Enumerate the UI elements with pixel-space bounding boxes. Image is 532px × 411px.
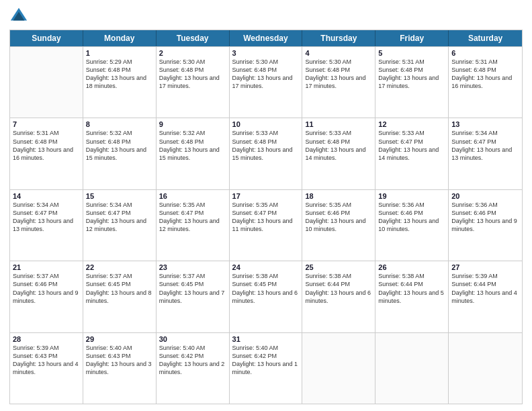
calendar-cell: 31Sunrise: 5:40 AM Sunset: 6:42 PM Dayli… (230, 333, 303, 404)
cell-info: Sunrise: 5:37 AM Sunset: 6:45 PM Dayligh… (86, 272, 153, 305)
cell-info: Sunrise: 5:35 AM Sunset: 6:47 PM Dayligh… (232, 201, 300, 234)
cell-day-number: 5 (378, 49, 445, 57)
cell-day-number: 6 (451, 49, 519, 57)
calendar-week-1: 1Sunrise: 5:29 AM Sunset: 6:48 PM Daylig… (10, 46, 522, 118)
calendar-cell: 16Sunrise: 5:35 AM Sunset: 6:47 PM Dayli… (157, 190, 230, 261)
cell-info: Sunrise: 5:38 AM Sunset: 6:44 PM Dayligh… (305, 272, 372, 305)
cell-day-number: 15 (86, 192, 153, 200)
cell-day-number: 9 (159, 120, 226, 128)
cell-day-number: 22 (86, 263, 153, 271)
logo (9, 7, 31, 26)
calendar-cell: 10Sunrise: 5:33 AM Sunset: 6:48 PM Dayli… (230, 118, 303, 189)
calendar-cell: 27Sunrise: 5:39 AM Sunset: 6:44 PM Dayli… (449, 261, 522, 332)
cell-day-number: 10 (232, 120, 300, 128)
cell-info: Sunrise: 5:37 AM Sunset: 6:45 PM Dayligh… (159, 272, 226, 305)
calendar-cell: 21Sunrise: 5:37 AM Sunset: 6:46 PM Dayli… (10, 261, 83, 332)
calendar-header: SundayMondayTuesdayWednesdayThursdayFrid… (10, 30, 522, 46)
calendar-cell: 15Sunrise: 5:34 AM Sunset: 6:47 PM Dayli… (83, 190, 157, 261)
calendar-cell: 1Sunrise: 5:29 AM Sunset: 6:48 PM Daylig… (83, 47, 157, 118)
cell-info: Sunrise: 5:37 AM Sunset: 6:46 PM Dayligh… (13, 272, 80, 305)
calendar-cell: 26Sunrise: 5:38 AM Sunset: 6:44 PM Dayli… (375, 261, 449, 332)
cell-day-number: 25 (305, 263, 372, 271)
calendar-week-2: 7Sunrise: 5:31 AM Sunset: 6:48 PM Daylig… (10, 118, 522, 189)
day-header-friday: Friday (375, 30, 449, 46)
calendar-cell (10, 47, 83, 118)
day-header-saturday: Saturday (449, 30, 522, 46)
cell-info: Sunrise: 5:30 AM Sunset: 6:48 PM Dayligh… (232, 58, 300, 91)
day-header-monday: Monday (83, 30, 157, 46)
cell-info: Sunrise: 5:36 AM Sunset: 6:46 PM Dayligh… (378, 201, 445, 234)
cell-day-number: 12 (378, 120, 445, 128)
cell-day-number: 28 (13, 335, 80, 343)
cell-info: Sunrise: 5:31 AM Sunset: 6:48 PM Dayligh… (451, 58, 519, 91)
cell-info: Sunrise: 5:40 AM Sunset: 6:42 PM Dayligh… (232, 344, 300, 377)
calendar-week-4: 21Sunrise: 5:37 AM Sunset: 6:46 PM Dayli… (10, 261, 522, 332)
cell-info: Sunrise: 5:38 AM Sunset: 6:44 PM Dayligh… (378, 272, 445, 305)
cell-info: Sunrise: 5:29 AM Sunset: 6:48 PM Dayligh… (86, 58, 153, 91)
cell-day-number: 4 (305, 49, 372, 57)
cell-day-number: 8 (86, 120, 153, 128)
cell-day-number: 24 (232, 263, 300, 271)
day-header-tuesday: Tuesday (157, 30, 230, 46)
cell-info: Sunrise: 5:35 AM Sunset: 6:47 PM Dayligh… (159, 201, 226, 234)
cell-info: Sunrise: 5:31 AM Sunset: 6:48 PM Dayligh… (378, 58, 445, 91)
cell-info: Sunrise: 5:33 AM Sunset: 6:47 PM Dayligh… (378, 129, 445, 162)
page: SundayMondayTuesdayWednesdayThursdayFrid… (0, 0, 532, 411)
cell-day-number: 26 (378, 263, 445, 271)
logo-icon (9, 7, 28, 26)
cell-day-number: 18 (305, 192, 372, 200)
cell-day-number: 30 (159, 335, 226, 343)
calendar-week-5: 28Sunrise: 5:39 AM Sunset: 6:43 PM Dayli… (10, 332, 522, 404)
cell-day-number: 17 (232, 192, 300, 200)
cell-info: Sunrise: 5:40 AM Sunset: 6:42 PM Dayligh… (159, 344, 226, 377)
cell-info: Sunrise: 5:34 AM Sunset: 6:47 PM Dayligh… (13, 201, 80, 234)
calendar-week-3: 14Sunrise: 5:34 AM Sunset: 6:47 PM Dayli… (10, 189, 522, 261)
calendar-cell: 28Sunrise: 5:39 AM Sunset: 6:43 PM Dayli… (10, 333, 83, 404)
calendar-cell (375, 333, 449, 404)
calendar: SundayMondayTuesdayWednesdayThursdayFrid… (9, 30, 523, 404)
calendar-cell: 6Sunrise: 5:31 AM Sunset: 6:48 PM Daylig… (449, 47, 522, 118)
calendar-cell: 29Sunrise: 5:40 AM Sunset: 6:43 PM Dayli… (83, 333, 157, 404)
calendar-cell: 3Sunrise: 5:30 AM Sunset: 6:48 PM Daylig… (230, 47, 303, 118)
day-header-thursday: Thursday (302, 30, 375, 46)
cell-info: Sunrise: 5:39 AM Sunset: 6:43 PM Dayligh… (13, 344, 80, 377)
cell-info: Sunrise: 5:40 AM Sunset: 6:43 PM Dayligh… (86, 344, 153, 377)
calendar-cell: 20Sunrise: 5:36 AM Sunset: 6:46 PM Dayli… (449, 190, 522, 261)
cell-day-number: 19 (378, 192, 445, 200)
cell-info: Sunrise: 5:31 AM Sunset: 6:48 PM Dayligh… (13, 129, 80, 162)
calendar-cell: 19Sunrise: 5:36 AM Sunset: 6:46 PM Dayli… (375, 190, 449, 261)
calendar-cell: 4Sunrise: 5:30 AM Sunset: 6:48 PM Daylig… (302, 47, 375, 118)
cell-day-number: 31 (232, 335, 300, 343)
cell-day-number: 29 (86, 335, 153, 343)
calendar-cell: 2Sunrise: 5:30 AM Sunset: 6:48 PM Daylig… (157, 47, 230, 118)
cell-day-number: 3 (232, 49, 300, 57)
cell-day-number: 21 (13, 263, 80, 271)
cell-day-number: 27 (451, 263, 519, 271)
calendar-body: 1Sunrise: 5:29 AM Sunset: 6:48 PM Daylig… (10, 46, 522, 404)
cell-day-number: 23 (159, 263, 226, 271)
calendar-cell (302, 333, 375, 404)
calendar-cell: 18Sunrise: 5:35 AM Sunset: 6:46 PM Dayli… (302, 190, 375, 261)
day-header-wednesday: Wednesday (230, 30, 303, 46)
cell-info: Sunrise: 5:34 AM Sunset: 6:47 PM Dayligh… (451, 129, 519, 162)
cell-day-number: 13 (451, 120, 519, 128)
calendar-cell: 5Sunrise: 5:31 AM Sunset: 6:48 PM Daylig… (375, 47, 449, 118)
cell-info: Sunrise: 5:30 AM Sunset: 6:48 PM Dayligh… (305, 58, 372, 91)
cell-day-number: 20 (451, 192, 519, 200)
cell-day-number: 7 (13, 120, 80, 128)
calendar-cell: 9Sunrise: 5:32 AM Sunset: 6:48 PM Daylig… (157, 118, 230, 189)
cell-info: Sunrise: 5:32 AM Sunset: 6:48 PM Dayligh… (159, 129, 226, 162)
cell-day-number: 16 (159, 192, 226, 200)
calendar-cell: 30Sunrise: 5:40 AM Sunset: 6:42 PM Dayli… (157, 333, 230, 404)
cell-info: Sunrise: 5:32 AM Sunset: 6:48 PM Dayligh… (86, 129, 153, 162)
cell-info: Sunrise: 5:33 AM Sunset: 6:48 PM Dayligh… (232, 129, 300, 162)
calendar-cell: 24Sunrise: 5:38 AM Sunset: 6:45 PM Dayli… (230, 261, 303, 332)
cell-info: Sunrise: 5:36 AM Sunset: 6:46 PM Dayligh… (451, 201, 519, 234)
cell-info: Sunrise: 5:38 AM Sunset: 6:45 PM Dayligh… (232, 272, 300, 305)
calendar-cell: 17Sunrise: 5:35 AM Sunset: 6:47 PM Dayli… (230, 190, 303, 261)
cell-day-number: 2 (159, 49, 226, 57)
day-header-sunday: Sunday (10, 30, 83, 46)
header (9, 7, 523, 26)
calendar-cell: 11Sunrise: 5:33 AM Sunset: 6:48 PM Dayli… (302, 118, 375, 189)
calendar-cell: 22Sunrise: 5:37 AM Sunset: 6:45 PM Dayli… (83, 261, 157, 332)
